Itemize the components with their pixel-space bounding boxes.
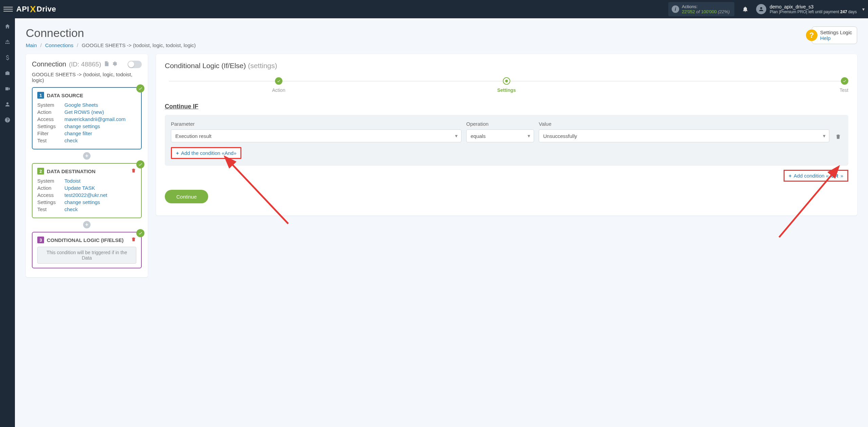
svg-line-1 (779, 173, 833, 237)
page-title: Connection (26, 26, 196, 40)
page: Connection Main / Connections / GOOGLE S… (15, 18, 868, 285)
actions-total: 100'000 (701, 9, 717, 14)
gear-icon[interactable] (112, 61, 117, 68)
annotation-arrow-and (220, 156, 295, 232)
add-between-1[interactable]: + (83, 152, 91, 160)
side-panel: Connection (ID: 48865) GOOGLE SHEETS -> … (26, 54, 148, 277)
delete-condition[interactable] (834, 134, 842, 142)
card-conditional-logic: 3CONDITIONAL LOGIC (IF/ELSE) This condit… (32, 232, 142, 268)
logo[interactable]: API X Drive (16, 4, 56, 15)
step-settings[interactable]: Settings (393, 77, 620, 93)
breadcrumb: Main / Connections / GOOGLE SHEETS -> (t… (26, 42, 196, 48)
stepper: Action Settings Test (165, 77, 848, 93)
logo-drive: Drive (37, 5, 56, 14)
info-icon: i (672, 5, 679, 13)
add-between-2[interactable]: + (83, 221, 91, 228)
chevron-down-icon: ▾ (862, 6, 865, 12)
step-test[interactable]: Test (620, 77, 848, 93)
user-plan: Plan |Premium PRO| left until payment 24… (770, 9, 857, 14)
briefcase-icon[interactable] (3, 69, 12, 77)
user-menu[interactable]: demo_apix_drive_s3 Plan |Premium PRO| le… (756, 4, 865, 14)
label-value: Value (539, 121, 829, 127)
add-or-button[interactable]: +Add condition «OR» (784, 170, 848, 182)
select-parameter[interactable]: Execution result▾ (171, 129, 461, 142)
main-panel: Conditional Logic (If/Else) (settings) A… (156, 54, 857, 216)
home-icon[interactable] (3, 22, 12, 30)
left-nav (0, 18, 15, 285)
card-data-source: 1DATA SOURCE SystemGoogle Sheets ActionG… (32, 87, 142, 149)
breadcrumb-current: GOOGLE SHEETS -> (todoist, logic, todois… (82, 42, 196, 48)
check-icon (136, 160, 144, 168)
help-icon[interactable] (3, 116, 12, 124)
topbar: API X Drive i Actions: 22'052 of 100'000… (0, 0, 868, 18)
question-icon: ? (806, 29, 817, 41)
actions-of: of (696, 9, 701, 14)
side-subtitle: GOOGLE SHEETS -> (todoist, logic, todois… (32, 72, 142, 83)
condition-block: Parameter Execution result▾ Operation eq… (165, 115, 848, 166)
avatar-icon (756, 4, 766, 14)
label-parameter: Parameter (171, 121, 461, 127)
side-title: Connection (32, 60, 66, 68)
sitemap-icon[interactable] (3, 38, 12, 46)
user-icon[interactable] (3, 100, 12, 108)
check-icon (136, 229, 144, 237)
delete-destination[interactable] (131, 168, 136, 175)
logic-note: This condition will be triggered if in t… (37, 247, 136, 264)
step-action[interactable]: Action (165, 77, 393, 93)
actions-label: Actions: (682, 4, 730, 9)
help-title: Settings Logic (820, 29, 852, 35)
add-and-button[interactable]: +Add the condition «And» (171, 147, 241, 159)
logo-x: X (29, 4, 37, 15)
video-icon[interactable] (3, 85, 12, 93)
section-continue-if: Continue IF (165, 103, 848, 110)
label-operation: Operation (466, 121, 534, 127)
card-data-destination: 2DATA DESTINATION SystemTodoist ActionUp… (32, 163, 142, 218)
continue-button[interactable]: Continue (165, 190, 208, 203)
actions-used: 22'052 (682, 9, 695, 14)
chevron-down-icon: ▾ (528, 133, 530, 139)
side-id: (ID: 48865) (69, 61, 101, 68)
breadcrumb-main[interactable]: Main (26, 42, 37, 48)
chevron-down-icon: ▾ (823, 133, 826, 139)
chevron-down-icon: ▾ (455, 133, 458, 139)
help-box: ? Settings Logic Help (812, 26, 857, 44)
bell-icon[interactable] (741, 5, 749, 13)
select-value[interactable]: Unsuccessfully▾ (539, 129, 829, 142)
user-name: demo_apix_drive_s3 (770, 4, 857, 9)
actions-pct: (22%) (718, 9, 730, 14)
help-link[interactable]: Help (820, 35, 852, 41)
logo-api: API (16, 5, 29, 14)
actions-counter[interactable]: i Actions: 22'052 of 100'000 (22%) (668, 2, 734, 16)
main-title: Conditional Logic (If/Else) (settings) (165, 62, 848, 70)
check-icon (136, 84, 144, 93)
select-operation[interactable]: equals▾ (466, 129, 534, 142)
breadcrumb-connections[interactable]: Connections (45, 42, 73, 48)
dollar-icon[interactable] (3, 54, 12, 62)
delete-logic[interactable] (131, 237, 136, 243)
document-icon[interactable] (104, 61, 109, 68)
connection-toggle[interactable] (127, 61, 142, 68)
menu-toggle[interactable] (3, 4, 13, 14)
